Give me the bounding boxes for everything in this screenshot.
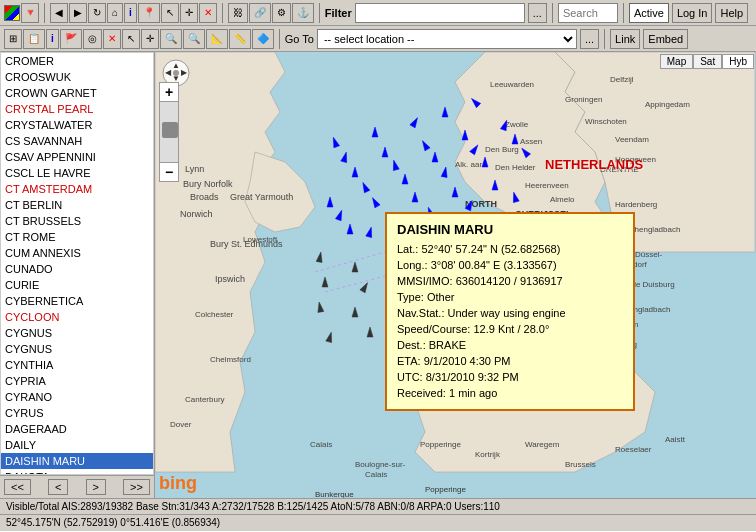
zoom-slider-thumb[interactable] [162, 122, 178, 138]
svg-marker-61 [330, 136, 339, 147]
vessel-list-item[interactable]: CT ROME [1, 229, 153, 245]
vessel-list-item[interactable]: CROMER [1, 53, 153, 69]
svg-text:Colchester: Colchester [195, 310, 234, 319]
help-button[interactable]: Help [715, 3, 748, 23]
cursor-icon[interactable]: ↖ [161, 3, 179, 23]
vessel-list-item[interactable]: CYGNUS [1, 341, 153, 357]
svg-text:Alk. aar: Alk. aar [455, 160, 482, 169]
chain-icon[interactable]: ⛓ [228, 3, 248, 23]
tb2-icon13[interactable]: 🔷 [252, 29, 274, 49]
tb2-sep2 [604, 29, 605, 49]
search-input[interactable] [558, 3, 618, 23]
filter-options-btn[interactable]: ... [528, 3, 547, 23]
info-icon[interactable]: i [124, 3, 137, 23]
nav-first-btn[interactable]: << [4, 479, 31, 495]
zoom-in-btn[interactable]: + [159, 82, 179, 102]
pin-icon[interactable]: 📍 [138, 3, 160, 23]
nav-last-btn[interactable]: >> [123, 479, 150, 495]
tb2-icon3[interactable]: i [46, 29, 59, 49]
vessel-list-item[interactable]: CSAV APPENNINI [1, 149, 153, 165]
svg-marker-66 [341, 151, 349, 162]
settings-icon[interactable]: ⚙ [272, 3, 291, 23]
forward-icon[interactable]: ▶ [69, 3, 87, 23]
vessel-list-item[interactable]: CUM ANNEXIS [1, 245, 153, 261]
login-button[interactable]: Log In [672, 3, 713, 23]
cross-icon[interactable]: ✕ [199, 3, 217, 23]
map-area[interactable]: Lynn Bury Norfolk Broads Norwich Great Y… [155, 52, 756, 498]
vessel-info-navstat: Nav.Stat.: Under way using engine [397, 305, 623, 321]
vessel-list-item[interactable]: CT BERLIN [1, 197, 153, 213]
select-icon[interactable]: ✛ [180, 3, 198, 23]
svg-marker-68 [420, 139, 430, 151]
embed-button[interactable]: Embed [643, 29, 688, 49]
vessel-list-item[interactable]: DAILY [1, 437, 153, 453]
vessel-list-item[interactable]: CT BRUSSELS [1, 213, 153, 229]
vessel-list-item[interactable]: CT AMSTERDAM [1, 181, 153, 197]
svg-text:Leeuwarden: Leeuwarden [490, 80, 534, 89]
nav-prev-btn[interactable]: < [48, 479, 68, 495]
svg-text:Roeselaer: Roeselaer [615, 445, 652, 454]
app-logo-icon [4, 5, 20, 21]
vessel-list-item[interactable]: CUNADO [1, 261, 153, 277]
zoom-out-btn[interactable]: − [159, 162, 179, 182]
filter-input[interactable] [355, 3, 525, 23]
vessel-list-item[interactable]: CRYSTALWATER [1, 117, 153, 133]
vessel-list-item[interactable]: DAISHIN MARU [1, 453, 153, 469]
vessel-list-item[interactable]: DAGERAAD [1, 421, 153, 437]
vessel-list-item[interactable]: CYRANO [1, 389, 153, 405]
tb2-icon1[interactable]: ⊞ [4, 29, 22, 49]
chain2-icon[interactable]: 🔗 [249, 3, 271, 23]
tb2-icon5[interactable]: ◎ [83, 29, 102, 49]
active-button[interactable]: Active [629, 3, 669, 23]
vessel-list-item[interactable]: CYPRIA [1, 373, 153, 389]
svg-point-117 [173, 70, 179, 76]
svg-marker-65 [469, 96, 480, 107]
vessel-list-item[interactable]: CYGNUS [1, 325, 153, 341]
map-tab-hybrid[interactable]: Hyb [722, 54, 754, 69]
svg-text:Calais: Calais [365, 470, 387, 479]
tb2-icon10[interactable]: 🔍 [183, 29, 205, 49]
vessel-list-item[interactable]: CS SAVANNAH [1, 133, 153, 149]
link-button[interactable]: Link [610, 29, 640, 49]
coordinates-bar: 52°45.175'N (52.752919) 0°51.416'E (0.85… [0, 514, 756, 530]
svg-marker-63 [410, 116, 420, 128]
vessel-list-item[interactable]: CROWN GARNET [1, 85, 153, 101]
svg-marker-62 [372, 127, 378, 137]
tb2-icon4[interactable]: 🚩 [60, 29, 82, 49]
toolbar-icon-btn[interactable]: 🔻 [21, 3, 39, 23]
svg-text:Calais: Calais [310, 440, 332, 449]
refresh-icon[interactable]: ↻ [88, 3, 106, 23]
tb2-icon12[interactable]: 📏 [229, 29, 251, 49]
back-icon[interactable]: ◀ [50, 3, 68, 23]
vessel-list[interactable]: CROMERCROOSWUKCROWN GARNETCRYSTAL PEARLC… [0, 52, 154, 475]
tb2-icon8[interactable]: ✛ [141, 29, 159, 49]
map-tab-satellite[interactable]: Sat [693, 54, 722, 69]
tb2-icon11[interactable]: 📐 [206, 29, 228, 49]
svg-text:Den Burg: Den Burg [485, 145, 519, 154]
vessel-list-item[interactable]: CYCLOON [1, 309, 153, 325]
vessel-list-item[interactable]: CYNTHIA [1, 357, 153, 373]
vessel-list-item[interactable]: CYBERNETICA [1, 293, 153, 309]
vessel-list-item[interactable]: CYRUS [1, 405, 153, 421]
tb2-icon2[interactable]: 📋 [23, 29, 45, 49]
vessel-list-item[interactable]: CSCL LE HAVRE [1, 165, 153, 181]
tb2-icon6[interactable]: ✕ [103, 29, 121, 49]
home-icon[interactable]: ⌂ [107, 3, 123, 23]
vessel-list-item[interactable]: CURIE [1, 277, 153, 293]
nav-next-btn[interactable]: > [86, 479, 106, 495]
location-options-btn[interactable]: ... [580, 29, 599, 49]
svg-marker-98 [360, 281, 370, 293]
svg-text:Delfzijl: Delfzijl [610, 75, 634, 84]
map-type-tabs: Map Sat Hyb [660, 54, 754, 69]
main-area: CROMERCROOSWUKCROWN GARNETCRYSTAL PEARLC… [0, 52, 756, 498]
map-tab-map[interactable]: Map [660, 54, 693, 69]
svg-text:Veendam: Veendam [615, 135, 649, 144]
svg-text:Appingedam: Appingedam [645, 100, 690, 109]
anchor-icon[interactable]: ⚓ [292, 3, 314, 23]
vessel-list-item[interactable]: CROOSWUK [1, 69, 153, 85]
vessel-list-item[interactable]: CRYSTAL PEARL [1, 101, 153, 117]
location-select[interactable]: -- select location -- [317, 29, 577, 49]
tb2-icon9[interactable]: 🔍 [160, 29, 182, 49]
tb2-icon7[interactable]: ↖ [122, 29, 140, 49]
svg-text:Dover: Dover [170, 420, 192, 429]
